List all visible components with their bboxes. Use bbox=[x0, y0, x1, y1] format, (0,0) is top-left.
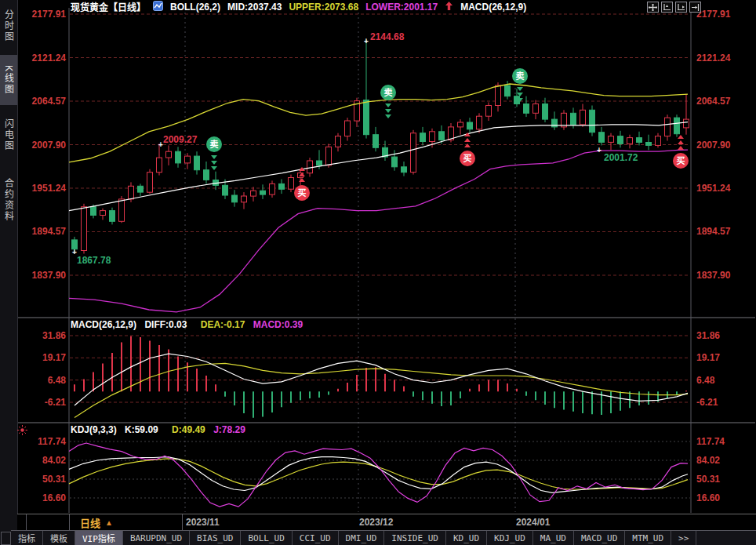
candle-body bbox=[204, 170, 209, 180]
tab->>[interactable]: >> bbox=[671, 531, 696, 545]
macd-axis-label-right: -6.21 bbox=[696, 397, 718, 408]
tab-MA_UD[interactable]: MA_UD bbox=[533, 531, 574, 545]
candle-body bbox=[402, 167, 407, 173]
tab-MTM_UD[interactable]: MTM_UD bbox=[625, 531, 671, 545]
price-axis-label-right: 2121.24 bbox=[696, 53, 731, 64]
price-axis-label-left: 2007.90 bbox=[32, 140, 67, 151]
candle-body bbox=[232, 195, 238, 202]
tab-MACD_UD[interactable]: MACD_UD bbox=[574, 531, 625, 545]
chart-toolbar bbox=[647, 2, 701, 13]
candle-body bbox=[571, 113, 576, 125]
candle-body bbox=[279, 183, 285, 189]
divider bbox=[26, 514, 27, 531]
candle-body bbox=[270, 183, 275, 194]
kdj-pane-header: KDJ(9,3,3) K:59.09 D:49.49 J:78.29 bbox=[71, 424, 251, 435]
price-axis-label-left: 1894.57 bbox=[32, 226, 67, 237]
price-axis-label-left: 2064.57 bbox=[32, 96, 67, 107]
candle-body bbox=[599, 133, 605, 143]
arrow-up-icon bbox=[464, 144, 471, 147]
kdj-axis-label-left: 16.60 bbox=[42, 492, 66, 503]
pivot-plus-marker: + bbox=[158, 140, 163, 149]
candle-body bbox=[157, 158, 162, 173]
tab-指标[interactable]: 指标 bbox=[11, 531, 43, 545]
price-axis-label-left: 2121.24 bbox=[32, 53, 67, 64]
candle-body bbox=[656, 136, 661, 146]
arrow-down-icon bbox=[385, 104, 391, 107]
macd-label: MACD(26,12,9) bbox=[460, 2, 526, 13]
tab-INSIDE_UD[interactable]: INSIDE_UD bbox=[384, 531, 446, 545]
candle-body bbox=[147, 173, 153, 193]
candle-body bbox=[129, 186, 134, 199]
arrow-up-icon bbox=[464, 138, 471, 142]
macd-axis-label-right: 6.48 bbox=[696, 375, 715, 386]
goto-latest-icon[interactable] bbox=[689, 2, 701, 13]
kdj-axis-label-left: 117.74 bbox=[38, 436, 66, 447]
candle-body bbox=[166, 151, 172, 158]
sidebar-item-合约资料[interactable]: 合约资料 bbox=[0, 166, 17, 234]
candle-body bbox=[477, 116, 482, 129]
xaxis-row: 日线 ▲ 2023/112023/122024/01 bbox=[17, 514, 756, 530]
macd-pane-header: MACD(26,12,9) DIFF:0.03 DEA:-0.17 MACD:0… bbox=[71, 319, 308, 330]
macd-axis-label-left: 6.48 bbox=[48, 375, 67, 386]
price-axis-label-right: 1951.24 bbox=[696, 183, 731, 194]
tab-KD_UD[interactable]: KD_UD bbox=[446, 531, 487, 545]
arrow-down-icon bbox=[517, 87, 523, 91]
arrow-down-icon bbox=[385, 114, 391, 118]
candle-body bbox=[533, 104, 539, 114]
candle-body bbox=[439, 132, 445, 140]
candle-body bbox=[430, 132, 435, 142]
candle-body bbox=[176, 151, 181, 163]
chart-header: 现货黄金【日线】 BOLL(26,2) MID:2037.43 UPPER:20… bbox=[71, 1, 526, 13]
tab-CCI_UD[interactable]: CCI_UD bbox=[293, 531, 339, 545]
tab-BOLL_UD[interactable]: BOLL_UD bbox=[241, 531, 292, 545]
kdj-axis-label-right: 50.31 bbox=[696, 474, 720, 485]
tab-KDJ_UD[interactable]: KDJ_UD bbox=[487, 531, 533, 545]
period-selector[interactable]: 日线 ▲ bbox=[80, 514, 113, 531]
candle-body bbox=[260, 191, 266, 194]
price-axis-label-left: 1951.24 bbox=[32, 183, 67, 194]
kdj-axis-label-right: 84.02 bbox=[696, 455, 720, 466]
tab-BIAS_UD[interactable]: BIAS_UD bbox=[190, 531, 241, 545]
candle-body bbox=[242, 196, 247, 202]
app-window: { "header": { "title": "现货黄金", "period":… bbox=[0, 0, 756, 545]
tab-模板[interactable]: 模板 bbox=[43, 531, 75, 545]
candle-body bbox=[486, 106, 492, 117]
candle-body bbox=[185, 156, 191, 163]
sidebar-item-K线图[interactable]: K线图 bbox=[0, 55, 17, 105]
tabbar-corner bbox=[1, 532, 11, 545]
boll-mid-value: MID:2037.43 bbox=[227, 2, 282, 13]
candle-body bbox=[665, 118, 671, 136]
arrow-down-icon bbox=[211, 155, 217, 159]
macd-axis-label-right: 19.17 bbox=[696, 352, 720, 363]
indicator-tabbar: 指标模板VIP指标BARUPDN_UDBIAS_UDBOLL_UDCCI_UDD… bbox=[11, 530, 756, 545]
candle-body bbox=[223, 185, 228, 195]
instrument-name: 现货黄金 bbox=[71, 2, 108, 13]
tab-DMI_UD[interactable]: DMI_UD bbox=[339, 531, 385, 545]
crosshair-move-icon[interactable] bbox=[647, 2, 659, 13]
sell-marker-label: 卖 bbox=[384, 87, 393, 97]
kdj-j-value: J:78.29 bbox=[213, 424, 245, 435]
sidebar: 分时图K线图闪电图合约资料 bbox=[0, 0, 18, 545]
candle-body bbox=[627, 138, 633, 144]
axis-zoom-right-icon[interactable] bbox=[675, 2, 687, 13]
sidebar-item-分时图[interactable]: 分时图 bbox=[0, 3, 17, 49]
starburst-icon[interactable] bbox=[16, 424, 28, 439]
tab-VIP指标[interactable]: VIP指标 bbox=[75, 531, 123, 545]
arrow-down-icon bbox=[385, 109, 391, 113]
sidebar-item-闪电图[interactable]: 闪电图 bbox=[0, 111, 17, 159]
xaxis-label: 2023/12 bbox=[359, 517, 393, 528]
candle-body bbox=[674, 118, 680, 134]
candle-body bbox=[326, 147, 332, 165]
chart-canvas[interactable]: 2177.912177.912121.242121.242064.572064.… bbox=[0, 0, 756, 530]
pivot-plus-marker: + bbox=[597, 146, 602, 154]
kdj-axis-label-left: 84.02 bbox=[42, 455, 66, 466]
pivot-plus-marker: + bbox=[364, 37, 369, 45]
period-selector-label: 日线 bbox=[80, 515, 100, 530]
candle-body bbox=[364, 100, 369, 135]
macd-axis-label-left: -6.21 bbox=[45, 397, 67, 408]
tab-BARUPDN_UD[interactable]: BARUPDN_UD bbox=[123, 531, 190, 545]
sell-marker-label: 卖 bbox=[210, 139, 219, 149]
axis-zoom-left-icon[interactable] bbox=[661, 2, 673, 13]
arrow-down-icon bbox=[211, 166, 217, 170]
candle-body bbox=[609, 136, 614, 143]
